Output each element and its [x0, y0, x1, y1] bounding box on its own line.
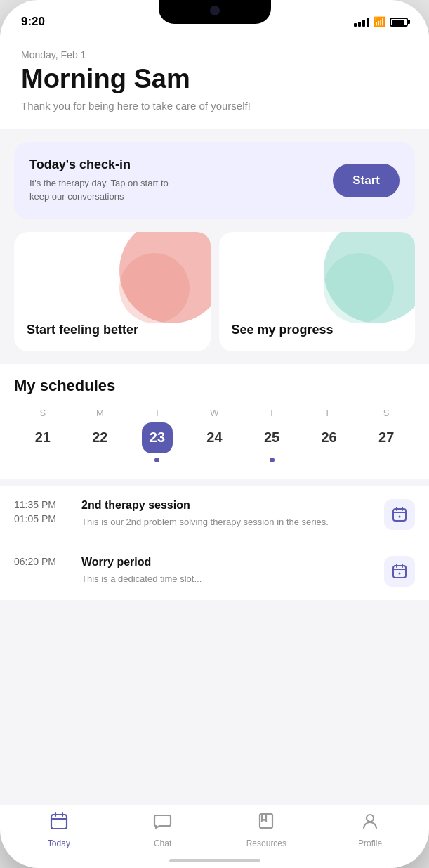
cal-day-num: 21: [27, 422, 58, 453]
notch: [159, 0, 271, 24]
start-button[interactable]: Start: [333, 164, 400, 197]
date-label: Monday, Feb 1: [21, 49, 408, 60]
cal-day-label: T: [269, 408, 275, 418]
scroll-content[interactable]: Monday, Feb 1 Morning Sam Thank you for …: [0, 35, 429, 805]
nav-label-today: Today: [48, 838, 70, 848]
calendar-day-25[interactable]: T25: [256, 408, 287, 462]
cal-day-num: 23: [142, 422, 173, 453]
event-details: 2nd therapy sessionThis is our 2nd probl…: [81, 499, 373, 529]
cal-day-num: 25: [256, 422, 287, 453]
cal-day-label: T: [154, 408, 160, 418]
cal-dot-empty: [326, 458, 331, 462]
svg-rect-5: [393, 566, 406, 578]
nav-item-profile[interactable]: Profile: [345, 811, 395, 848]
calendar-day-27[interactable]: S27: [371, 408, 402, 462]
event-time-2: 01:05 PM: [14, 513, 70, 524]
nav-item-chat[interactable]: Chat: [138, 811, 187, 848]
nav-label-chat: Chat: [154, 838, 171, 848]
calendar-day-21[interactable]: S21: [27, 408, 58, 462]
status-icons: 📶: [354, 16, 408, 27]
profile-icon: [360, 811, 380, 836]
camera: [210, 6, 220, 15]
event-time-1: 06:20 PM: [14, 556, 70, 567]
event-item-1[interactable]: 06:20 PMWorry periodThis is a dedicated …: [14, 543, 415, 600]
schedules-section: My schedules S21M22T23W24T25F26S27: [0, 364, 429, 479]
chat-icon: [153, 811, 173, 836]
cal-day-num: 26: [314, 422, 345, 453]
cal-day-label: M: [96, 408, 104, 418]
cal-day-num: 27: [371, 422, 402, 453]
status-time: 9:20: [21, 15, 45, 29]
cards-row: Start feeling better See my progress: [14, 232, 415, 351]
event-time-col: 06:20 PM: [14, 556, 70, 567]
cal-day-label: S: [383, 408, 390, 418]
calendar-day-26[interactable]: F26: [314, 408, 345, 462]
battery-icon: [390, 18, 408, 27]
calendar-day-23[interactable]: T23: [142, 408, 173, 462]
svg-rect-0: [393, 509, 406, 521]
schedules-title: My schedules: [14, 377, 415, 395]
nav-label-resources: Resources: [246, 838, 286, 848]
calendar-day-22[interactable]: M22: [84, 408, 115, 462]
svg-point-14: [367, 815, 374, 822]
header-section: Monday, Feb 1 Morning Sam Thank you for …: [0, 35, 429, 129]
resources-icon: [256, 811, 276, 836]
nav-item-resources[interactable]: Resources: [242, 811, 291, 848]
svg-point-9: [399, 572, 401, 574]
subtitle-text: Thank you for being here to take care of…: [21, 100, 408, 112]
wifi-icon: 📶: [374, 16, 385, 27]
today-icon: [49, 811, 69, 836]
home-indicator: [169, 859, 260, 862]
checkin-description: It's the therapy day. Tap on start to ke…: [29, 176, 170, 204]
event-time-1: 11:35 PM: [14, 499, 70, 510]
cal-dot-empty: [212, 458, 217, 462]
event-details: Worry periodThis is a dedicated time slo…: [81, 556, 373, 586]
event-description: This is a dedicated time slot...: [81, 572, 373, 586]
cal-dot-empty: [384, 458, 389, 462]
cal-dot-empty: [40, 458, 45, 462]
cal-dot-empty: [98, 458, 103, 462]
checkin-text: Today's check-in It's the therapy day. T…: [29, 157, 170, 204]
greeting-text: Morning Sam: [21, 65, 408, 94]
events-section: 11:35 PM01:05 PM2nd therapy sessionThis …: [0, 486, 429, 600]
signal-icon: [354, 18, 369, 27]
card-label-progress: See my progress: [232, 322, 334, 338]
card-feeling-better[interactable]: Start feeling better: [14, 232, 211, 351]
checkin-title: Today's check-in: [29, 157, 170, 172]
cal-day-num: 22: [84, 422, 115, 453]
calendar-day-24[interactable]: W24: [199, 408, 230, 462]
event-calendar-icon: [384, 499, 415, 530]
nav-label-profile: Profile: [358, 838, 382, 848]
cal-day-label: S: [39, 408, 46, 418]
card-progress[interactable]: See my progress: [219, 232, 416, 351]
phone-frame: 9:20 📶 Monday, Feb 1 Morning Sam Thank y…: [0, 0, 429, 868]
event-description: This is our 2nd problem solving therapy …: [81, 515, 373, 529]
card-label-feeling: Start feeling better: [27, 322, 138, 338]
cal-day-num: 24: [199, 422, 230, 453]
svg-rect-10: [51, 815, 67, 829]
event-calendar-icon: [384, 556, 415, 587]
calendar-row: S21M22T23W24T25F26S27: [14, 408, 415, 462]
svg-point-4: [399, 515, 401, 517]
cal-day-label: W: [210, 408, 218, 418]
nav-item-today[interactable]: Today: [34, 811, 84, 848]
cal-dot-indicator: [270, 458, 275, 462]
checkin-card: Today's check-in It's the therapy day. T…: [14, 142, 415, 219]
event-time-col: 11:35 PM01:05 PM: [14, 499, 70, 524]
cal-day-label: F: [326, 408, 332, 418]
event-item-0[interactable]: 11:35 PM01:05 PM2nd therapy sessionThis …: [14, 486, 415, 543]
cal-dot-indicator: [154, 458, 159, 462]
event-title: Worry period: [81, 556, 373, 569]
event-title: 2nd therapy session: [81, 499, 373, 512]
